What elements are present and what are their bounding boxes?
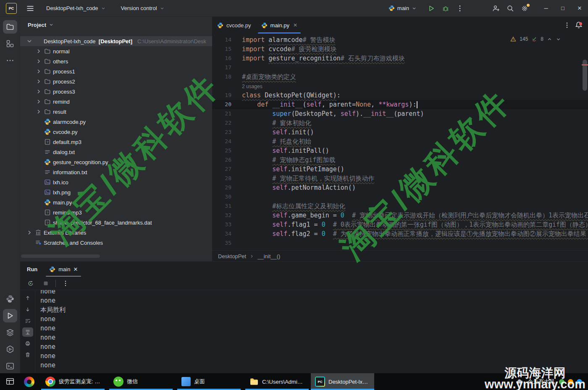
tree-item[interactable]: others (20, 56, 212, 66)
tray-icon[interactable] (559, 379, 564, 385)
taskbar-button-5[interactable]: PCDesktopPet-lxh_c... (311, 373, 374, 390)
arrow-down-button[interactable] (22, 305, 33, 314)
tree-item[interactable]: lxh.ico (20, 177, 212, 187)
image-icon (44, 189, 51, 196)
add-user-button[interactable] (490, 3, 502, 14)
chrome-icon (45, 377, 55, 387)
trash-button[interactable] (22, 350, 33, 359)
tab-main.py[interactable]: main.py✕ (256, 17, 303, 34)
tree-item[interactable]: main.py (20, 197, 212, 207)
desktop-icon (181, 377, 191, 386)
windows-taskbar: 疲劳监测桌宠: 针对...微信桌面C:\Users\Adminis...PCDe… (0, 373, 588, 390)
debug-icon (442, 5, 449, 12)
search-icon (507, 5, 514, 12)
taskbar-button-1[interactable]: 疲劳监测桌宠: 针对... (41, 373, 105, 390)
tree-item[interactable]: ?remind.mp3 (20, 207, 212, 217)
hamburger-menu-icon[interactable] (26, 4, 34, 13)
tree-item[interactable]: normal (20, 46, 212, 56)
settings-button[interactable] (519, 3, 530, 14)
taskbar-button-2[interactable]: 微信 (109, 373, 173, 390)
tree-item[interactable]: result (20, 107, 212, 117)
tree-spacer (35, 209, 42, 216)
tree-item-root[interactable]: DesktopPet-lxh_code [DesktopPet] C:\User… (20, 36, 212, 46)
structure-button[interactable] (3, 37, 17, 50)
more-button[interactable] (3, 54, 17, 67)
more-vertical-button[interactable] (60, 279, 71, 288)
debug-button[interactable] (440, 3, 452, 14)
line-number: 28 (212, 174, 231, 183)
breadcrumb-method[interactable]: __init__() (257, 253, 280, 259)
project-horizontal-scrollbar[interactable] (21, 254, 100, 258)
taskbar-button-3[interactable]: 桌面 (177, 373, 241, 390)
run-console[interactable]: nonenone本局胜利nonenonenonenonenonenone (20, 290, 588, 373)
arrow-up-button[interactable] (22, 293, 33, 303)
project-panel-header[interactable]: Project (20, 17, 212, 33)
run-window-button[interactable] (3, 309, 17, 322)
close-icon[interactable]: ✕ (293, 22, 297, 28)
terminal-button[interactable] (3, 359, 17, 373)
tree-item[interactable]: process2 (20, 76, 212, 86)
minimize-button[interactable]: ─ (538, 0, 554, 17)
version-control-menu[interactable]: Version control (118, 3, 168, 13)
tree-item[interactable]: dialog.txt (20, 147, 212, 157)
prev-problem-icon[interactable] (547, 37, 552, 42)
tray-icon[interactable] (568, 379, 573, 385)
python-icon (44, 128, 51, 135)
tree-item-label: External Libraries (44, 230, 86, 236)
project-selector[interactable]: DesktopPet-lxh_code (43, 3, 109, 13)
run-tab-main[interactable]: main ✕ (45, 262, 82, 277)
browser-icon[interactable] (24, 377, 34, 387)
run-button[interactable] (425, 3, 437, 14)
code-line: 35 (212, 238, 588, 248)
console-line: none (40, 342, 588, 351)
soft-wrap-button[interactable] (22, 316, 33, 325)
scroll-end-button[interactable] (22, 327, 33, 337)
tray-icon[interactable] (577, 379, 582, 385)
start-button[interactable] (4, 375, 16, 388)
usages-inlay-hint[interactable]: 2 usages (242, 84, 262, 89)
wechat-icon (113, 377, 123, 387)
next-problem-icon[interactable] (556, 37, 561, 42)
line-number: 31 (212, 202, 231, 211)
chevron-right-icon (35, 88, 42, 95)
error-stripe-mark[interactable] (582, 64, 588, 65)
text-icon (44, 169, 51, 175)
services-button[interactable] (3, 343, 17, 356)
tree-item[interactable]: ?default.mp3 (20, 137, 212, 147)
python-packages-button[interactable] (3, 326, 17, 339)
run-configuration-selector[interactable]: main (385, 3, 420, 13)
inspections-widget[interactable]: 145 8 (510, 36, 561, 42)
chevron-right-icon (35, 108, 42, 115)
tree-item[interactable]: gesture_recognition.py (20, 157, 212, 167)
printer-button[interactable] (22, 339, 33, 348)
tree-item[interactable]: lxh.png (20, 187, 212, 197)
maximize-button[interactable]: □ (554, 0, 571, 17)
stop-button[interactable] (40, 279, 51, 288)
tree-item[interactable]: process1 (20, 66, 212, 76)
tree-item[interactable]: cvcode.py (20, 127, 212, 137)
code-line: 25 self.initPall() (212, 146, 588, 155)
tree-item[interactable]: Scratches and Consoles (20, 238, 212, 248)
weather-label[interactable]: 今天有大风 (528, 378, 555, 385)
breadcrumb-class[interactable]: DesktopPet (218, 253, 246, 259)
notifications-bell-icon[interactable] (575, 21, 583, 29)
more-vertical-button[interactable] (454, 3, 466, 14)
tree-item[interactable]: information.txt (20, 167, 212, 177)
close-button[interactable]: ✕ (571, 0, 588, 17)
tree-item[interactable]: process3 (20, 86, 212, 97)
code-editor[interactable]: 14import alarmcode# 警告模块15import cvcode#… (212, 34, 588, 250)
tree-item[interactable]: alarmcode.py (20, 117, 212, 127)
tree-item[interactable]: ?shape_predictor_68_face_landmarks.dat (20, 217, 212, 228)
tab-cvcode.py[interactable]: cvcode.py (212, 17, 256, 34)
close-icon[interactable]: ✕ (73, 266, 78, 272)
more-vertical-icon[interactable] (564, 22, 570, 29)
tree-item[interactable]: External Libraries (20, 228, 212, 238)
tree-item[interactable]: remind (20, 97, 212, 107)
project-folder-button[interactable] (3, 20, 17, 34)
tree-item-label: process1 (53, 68, 75, 75)
arrow-up-icon (25, 295, 31, 301)
python-console-button[interactable] (3, 292, 17, 306)
taskbar-button-4[interactable]: C:\Users\Adminis... (245, 373, 309, 390)
search-button[interactable] (504, 3, 516, 14)
rerun-button[interactable] (25, 279, 36, 288)
